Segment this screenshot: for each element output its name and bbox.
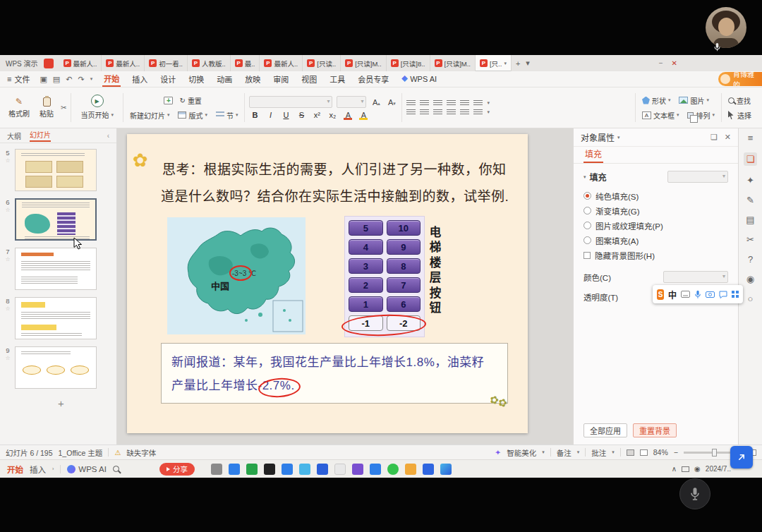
- notes-button[interactable]: 备注: [557, 447, 572, 458]
- color-select[interactable]: [663, 271, 728, 283]
- wps-s-logo-icon[interactable]: S: [657, 289, 664, 300]
- meeting-mic-button[interactable]: [679, 478, 710, 509]
- redo-button[interactable]: ↷: [78, 75, 84, 84]
- document-tab[interactable]: P最新人..: [102, 55, 145, 71]
- tab-view[interactable]: 视图: [300, 72, 318, 86]
- slide-6-thumbnail-selected[interactable]: [15, 198, 97, 241]
- italic-button[interactable]: I: [265, 111, 276, 119]
- paste-button[interactable]: 粘贴: [37, 97, 56, 119]
- document-tab[interactable]: P[只读..: [303, 55, 341, 71]
- taskbar-app-icon[interactable]: [317, 464, 328, 475]
- slide-8-thumbnail[interactable]: [15, 297, 97, 339]
- option-picture-fill[interactable]: 图片或纹理填充(P): [583, 218, 728, 233]
- document-tab[interactable]: P最..: [231, 55, 260, 71]
- option-gradient-fill[interactable]: 渐变填充(G): [583, 203, 728, 218]
- taskbar-app-icon[interactable]: [264, 464, 275, 475]
- tab-wps-ai[interactable]: WPS AI: [400, 73, 438, 85]
- reset-slide-button[interactable]: ↻重置: [177, 95, 203, 107]
- save-icon[interactable]: ▣: [40, 75, 47, 84]
- smart-beautify-button[interactable]: 智能美化: [507, 447, 536, 458]
- tab-transition[interactable]: 切换: [187, 72, 205, 86]
- text-direction-icon[interactable]: [473, 109, 483, 116]
- decrease-font-button[interactable]: A▾: [386, 98, 397, 107]
- justify-icon[interactable]: [447, 109, 456, 116]
- tray-expand-icon[interactable]: ∧: [672, 465, 677, 473]
- user-account-chip[interactable]: 肖博雅的..: [718, 72, 762, 86]
- taskbar-app-icon[interactable]: [387, 464, 399, 475]
- star-icon[interactable]: ☆: [5, 207, 10, 213]
- taskbar-app-icon[interactable]: [229, 464, 240, 475]
- increase-font-button[interactable]: A▴: [370, 98, 382, 107]
- document-tab[interactable]: P初一看..: [145, 55, 188, 71]
- taskbar-wps-ai-button[interactable]: WPS AI: [67, 465, 107, 473]
- taskbar-app-icon[interactable]: [299, 464, 310, 475]
- rail-help-icon[interactable]: ?: [748, 254, 753, 265]
- display-icon[interactable]: [682, 466, 689, 472]
- rail-menu-icon[interactable]: ≡: [748, 133, 754, 143]
- chat-icon[interactable]: [719, 291, 727, 298]
- rail-edit-icon[interactable]: ✎: [746, 195, 754, 205]
- wps-home-icon[interactable]: [44, 59, 54, 68]
- close-panel-icon[interactable]: ✕: [725, 133, 731, 142]
- play-from-current-button[interactable]: ▶ 当页开始▾: [75, 94, 119, 121]
- tab-review[interactable]: 审阅: [272, 72, 290, 86]
- align-left-icon[interactable]: [406, 109, 416, 116]
- document-tab[interactable]: P最新人..: [59, 55, 102, 71]
- arrange-button[interactable]: 排列▾: [685, 109, 717, 121]
- document-tab-active[interactable]: P[只..▾: [476, 55, 512, 71]
- camera-icon[interactable]: [706, 291, 715, 298]
- underline-button[interactable]: U: [280, 111, 291, 119]
- ime-language-button[interactable]: 中: [668, 289, 677, 301]
- rail-animation-icon[interactable]: ✦: [746, 175, 754, 186]
- star-icon[interactable]: ☆: [5, 355, 10, 361]
- tab-home[interactable]: 开始: [102, 71, 121, 87]
- missing-font-button[interactable]: 缺失字体: [126, 447, 156, 458]
- taskbar-app-icon[interactable]: [282, 464, 293, 475]
- option-pattern-fill[interactable]: 图案填充(A): [583, 233, 728, 248]
- collapse-panel-icon[interactable]: ‹: [107, 132, 109, 140]
- star-icon[interactable]: ☆: [5, 306, 10, 312]
- volume-icon[interactable]: ◉: [694, 465, 701, 473]
- distribute-icon[interactable]: [460, 109, 469, 116]
- print-icon[interactable]: ▤: [53, 75, 60, 84]
- layout-button[interactable]: 版式▾: [176, 109, 210, 121]
- find-button[interactable]: 查找: [726, 95, 753, 107]
- section-expand-icon[interactable]: ▾: [583, 174, 586, 180]
- star-icon[interactable]: ☆: [5, 256, 10, 262]
- font-family-select[interactable]: [249, 96, 332, 108]
- tab-list-icon[interactable]: ▾: [526, 59, 530, 68]
- grid-tools-icon[interactable]: [732, 291, 739, 298]
- comments-button[interactable]: 批注: [591, 447, 606, 458]
- tab-animation[interactable]: 动画: [215, 72, 234, 86]
- picture-button[interactable]: 图片▾: [677, 95, 711, 107]
- apply-all-button[interactable]: 全部应用: [583, 423, 627, 437]
- reset-background-button[interactable]: 重置背景: [633, 423, 677, 437]
- numbered-list-icon[interactable]: [420, 100, 429, 107]
- document-tab[interactable]: P[只读]8..: [387, 55, 430, 71]
- clock-date[interactable]: 2024/7..: [706, 465, 731, 473]
- align-right-icon[interactable]: [433, 109, 442, 116]
- chevron-down-icon[interactable]: ▾: [617, 135, 620, 140]
- taskbar-app-icon[interactable]: [334, 464, 346, 475]
- document-tab[interactable]: P[只读]M..: [341, 55, 386, 71]
- current-slide[interactable]: ✿ 思考：根据实际生活的需要，人们引进了另一种数，你知 道是什么数吗？结合你在实…: [127, 134, 528, 433]
- taskbar-app-icon[interactable]: [352, 464, 363, 475]
- tab-outline[interactable]: 大纲: [7, 131, 21, 141]
- share-button[interactable]: 分享: [159, 463, 195, 476]
- select-button[interactable]: 选择: [726, 109, 754, 121]
- taskbar-app-icon[interactable]: [405, 464, 416, 475]
- font-color-button[interactable]: A: [342, 111, 353, 119]
- tab-design[interactable]: 设计: [159, 72, 177, 86]
- zoom-out-button[interactable]: −: [674, 448, 678, 457]
- textbox-button[interactable]: A文本框▾: [640, 109, 682, 121]
- indent-decrease-icon[interactable]: [433, 100, 442, 107]
- taskbar-insert-tab[interactable]: 插入: [30, 464, 46, 475]
- option-solid-fill[interactable]: 纯色填充(S): [583, 188, 728, 203]
- font-size-select[interactable]: [337, 96, 366, 108]
- section-button[interactable]: 节▾: [214, 109, 241, 121]
- taskbar-search-icon[interactable]: [113, 466, 119, 472]
- pin-panel-icon[interactable]: ❏: [710, 133, 718, 142]
- format-painter-button[interactable]: ✎格式刷: [6, 96, 32, 119]
- rail-clock-icon[interactable]: ○: [748, 294, 754, 304]
- align-center-icon[interactable]: [420, 109, 429, 116]
